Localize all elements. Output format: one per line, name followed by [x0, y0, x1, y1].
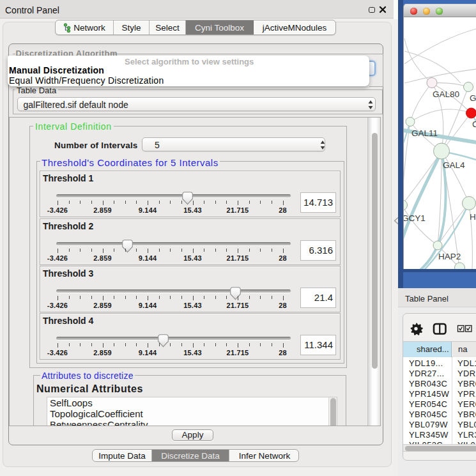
svg-text:GAL11: GAL11 — [411, 128, 438, 138]
svg-text:GA: GA — [470, 93, 476, 103]
svg-text:GCY1: GCY1 — [404, 213, 426, 223]
svg-text:GAL80: GAL80 — [433, 89, 459, 99]
svg-text:HAP2: HAP2 — [438, 252, 461, 261]
svg-text:H: H — [470, 212, 476, 222]
svg-text:C: C — [472, 119, 476, 129]
svg-text:GAL4: GAL4 — [443, 160, 465, 170]
